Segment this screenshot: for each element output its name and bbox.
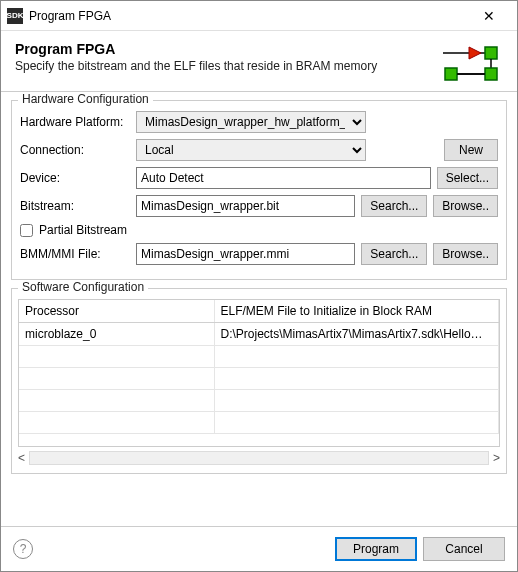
table-row xyxy=(19,346,499,368)
software-config-group: Software Configuration Processor ELF/MEM… xyxy=(11,288,507,474)
hardware-config-group: Hardware Configuration Hardware Platform… xyxy=(11,100,507,280)
partial-bitstream-label: Partial Bitstream xyxy=(39,223,127,237)
col-processor[interactable]: Processor xyxy=(19,300,214,323)
device-label: Device: xyxy=(20,171,130,185)
fpga-flow-icon xyxy=(441,41,503,83)
cell-processor: microblaze_0 xyxy=(19,323,214,346)
bitstream-browse-button[interactable]: Browse.. xyxy=(433,195,498,217)
bitstream-label: Bitstream: xyxy=(20,199,130,213)
partial-bitstream-checkbox[interactable] xyxy=(20,224,33,237)
window-title: Program FPGA xyxy=(29,9,463,23)
bmm-input[interactable] xyxy=(136,243,355,265)
hardware-platform-select[interactable]: MimasDesign_wrapper_hw_platform_0 xyxy=(136,111,366,133)
software-config-table[interactable]: Processor ELF/MEM File to Initialize in … xyxy=(19,300,499,434)
bitstream-search-button[interactable]: Search... xyxy=(361,195,427,217)
cancel-button[interactable]: Cancel xyxy=(423,537,505,561)
bmm-browse-button[interactable]: Browse.. xyxy=(433,243,498,265)
page-subtitle: Specify the bitstream and the ELF files … xyxy=(15,59,433,73)
program-button[interactable]: Program xyxy=(335,537,417,561)
svg-rect-5 xyxy=(445,68,457,80)
bmm-search-button[interactable]: Search... xyxy=(361,243,427,265)
hardware-config-legend: Hardware Configuration xyxy=(18,92,153,106)
col-elf[interactable]: ELF/MEM File to Initialize in Block RAM xyxy=(214,300,499,323)
bitstream-input[interactable] xyxy=(136,195,355,217)
svg-marker-1 xyxy=(469,47,481,59)
device-input[interactable] xyxy=(136,167,431,189)
help-icon[interactable]: ? xyxy=(13,539,33,559)
cell-elf: D:\Projects\MimasArtix7\MimasArtix7.sdk\… xyxy=(214,323,499,346)
titlebar: SDK Program FPGA ✕ xyxy=(1,1,517,31)
dialog-header: Program FPGA Specify the bitstream and t… xyxy=(1,31,517,92)
device-select-button[interactable]: Select... xyxy=(437,167,498,189)
content-area: Hardware Configuration Hardware Platform… xyxy=(1,92,517,526)
close-button[interactable]: ✕ xyxy=(469,1,509,31)
software-config-legend: Software Configuration xyxy=(18,280,148,294)
table-row xyxy=(19,412,499,434)
sdk-icon: SDK xyxy=(7,8,23,24)
connection-new-button[interactable]: New xyxy=(444,139,498,161)
bmm-label: BMM/MMI File: xyxy=(20,247,130,261)
svg-rect-6 xyxy=(485,68,497,80)
hardware-platform-label: Hardware Platform: xyxy=(20,115,130,129)
horizontal-scrollbar[interactable]: < > xyxy=(18,449,500,467)
svg-rect-2 xyxy=(485,47,497,59)
scroll-right-icon[interactable]: > xyxy=(493,451,500,465)
dialog-footer: ? Program Cancel xyxy=(1,526,517,571)
connection-select[interactable]: Local xyxy=(136,139,366,161)
scroll-left-icon[interactable]: < xyxy=(18,451,25,465)
table-row[interactable]: microblaze_0 D:\Projects\MimasArtix7\Mim… xyxy=(19,323,499,346)
connection-label: Connection: xyxy=(20,143,130,157)
page-title: Program FPGA xyxy=(15,41,433,57)
scroll-track[interactable] xyxy=(29,451,489,465)
software-config-table-wrap: Processor ELF/MEM File to Initialize in … xyxy=(18,299,500,447)
table-row xyxy=(19,368,499,390)
table-row xyxy=(19,390,499,412)
